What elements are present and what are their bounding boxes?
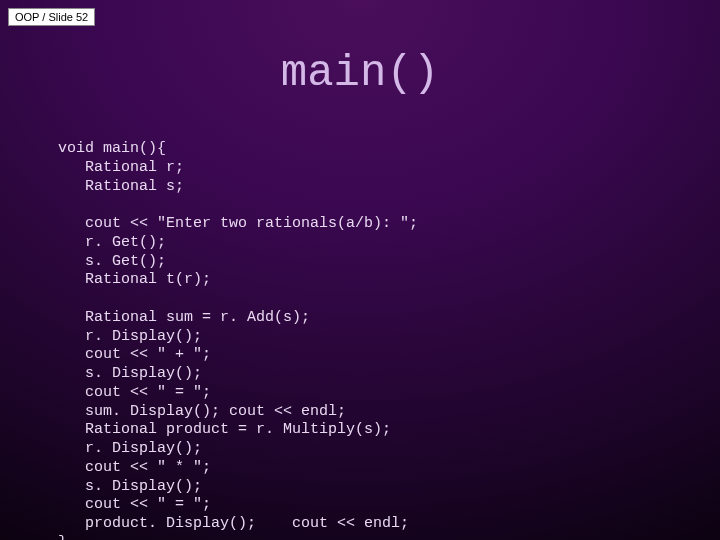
code-line: r. Display(); bbox=[58, 328, 202, 345]
code-line: s. Get(); bbox=[58, 253, 166, 270]
slide: OOP / Slide 52 main() void main(){ Ratio… bbox=[0, 0, 720, 540]
slide-title: main() bbox=[0, 48, 720, 98]
code-line: s. Display(); bbox=[58, 365, 202, 382]
code-line: } bbox=[58, 534, 67, 540]
code-line: r. Get(); bbox=[58, 234, 166, 251]
code-line: s. Display(); bbox=[58, 478, 202, 495]
code-block: void main(){ Rational r; Rational s; cou… bbox=[58, 140, 418, 540]
code-line: Rational r; bbox=[58, 159, 184, 176]
code-line: cout << " = "; bbox=[58, 384, 211, 401]
code-line: Rational product = r. Multiply(s); bbox=[58, 421, 391, 438]
code-line: Rational s; bbox=[58, 178, 184, 195]
code-line: cout << " = "; bbox=[58, 496, 211, 513]
code-line: sum. Display(); cout << endl; bbox=[58, 403, 346, 420]
code-line: cout << " * "; bbox=[58, 459, 211, 476]
code-line: cout << "Enter two rationals(a/b): "; bbox=[58, 215, 418, 232]
code-line: product. Display(); cout << endl; bbox=[58, 515, 409, 532]
code-line: Rational sum = r. Add(s); bbox=[58, 309, 310, 326]
slide-label: OOP / Slide 52 bbox=[8, 8, 95, 26]
code-line: cout << " + "; bbox=[58, 346, 211, 363]
code-line: r. Display(); bbox=[58, 440, 202, 457]
code-line: void main(){ bbox=[58, 140, 166, 157]
code-line: Rational t(r); bbox=[58, 271, 211, 288]
